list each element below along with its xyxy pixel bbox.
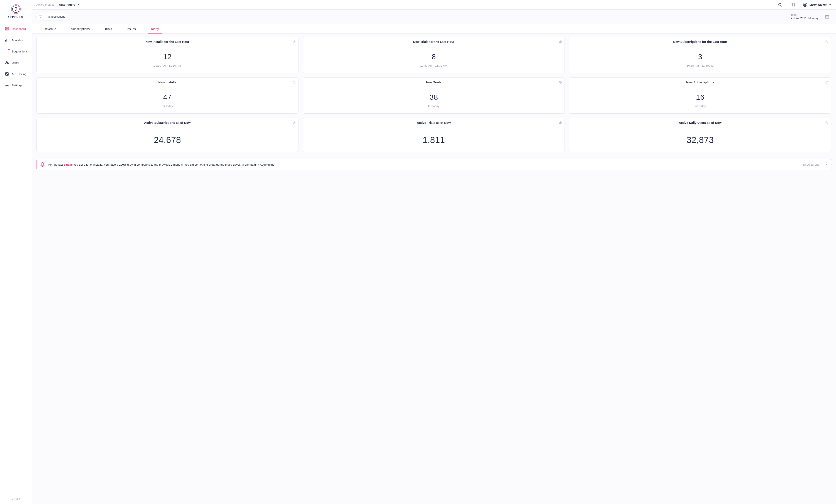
- card-sub: 10:30 AM - 11:30 AM: [687, 64, 714, 67]
- sidebar-item-users[interactable]: Users: [5, 57, 32, 68]
- card-value: 16: [696, 93, 704, 101]
- tip-text: For the last 3 days you got a lot of ins…: [48, 163, 800, 166]
- chevron-down-icon: [829, 4, 831, 6]
- card-sub: 10:30 AM - 11:30 AM: [154, 64, 181, 67]
- svg-point-10: [6, 85, 7, 86]
- tab-issues[interactable]: Issues: [119, 27, 143, 33]
- svg-rect-14: [825, 16, 829, 18]
- calendar-icon: [825, 15, 829, 19]
- filter-icon: [37, 14, 43, 20]
- sidebar-item-abtesting[interactable]: A/B Testing: [5, 68, 32, 80]
- content: New Installs for the Last Hour 12 10:30 …: [32, 34, 836, 504]
- card-value: 3: [698, 53, 702, 61]
- tab-revenue[interactable]: Revenue: [36, 27, 63, 33]
- help-icon[interactable]: [559, 40, 562, 43]
- search-button[interactable]: [776, 1, 784, 9]
- help-icon[interactable]: [292, 40, 296, 43]
- topbar: Active project: Autotraders Larry Walker: [32, 0, 836, 9]
- sidebar-item-suggestions[interactable]: Suggestions: [5, 46, 32, 57]
- svg-point-8: [7, 62, 8, 63]
- card-sub: for today: [695, 104, 706, 108]
- user-name: Larry Walker: [810, 3, 827, 6]
- help-icon[interactable]: [292, 121, 296, 124]
- appflow-logo-icon: [11, 4, 21, 14]
- svg-point-28: [294, 123, 294, 123]
- card-new-trials-hour: New Trials for the Last Hour 8 10:30 AM …: [303, 37, 565, 73]
- docs-button[interactable]: [788, 1, 797, 9]
- card-title: New Trials: [426, 80, 441, 84]
- user-menu[interactable]: Larry Walker: [803, 3, 831, 7]
- ab-test-icon: [5, 72, 9, 76]
- card-value: 12: [163, 53, 172, 61]
- tab-trials[interactable]: Trials: [97, 27, 119, 33]
- app-version: v. 1.8.8: [0, 498, 32, 504]
- show-all-tips-link[interactable]: Show all tips: [803, 163, 819, 166]
- metric-grid: New Installs for the Last Hour 12 10:30 …: [36, 37, 831, 152]
- main: Active project: Autotraders Larry Walker: [32, 0, 836, 504]
- brand-logo: APPFLOW: [0, 4, 32, 18]
- card-new-installs: New Installs 47 for today: [36, 77, 299, 114]
- project-label: Active project:: [36, 3, 55, 6]
- sidebar-item-label: Settings: [12, 84, 22, 87]
- svg-point-32: [827, 123, 827, 123]
- sidebar-item-label: Dashboard: [12, 27, 26, 31]
- sidebar-item-settings[interactable]: Settings: [5, 80, 32, 91]
- card-title: New Subscriptions: [686, 80, 714, 84]
- card-value: 24,678: [154, 135, 181, 145]
- card-title: New Installs for the Last Hour: [146, 40, 189, 43]
- card-title: New Installs: [158, 80, 176, 84]
- date-display: Today 7 June 2021. Monday: [791, 13, 831, 21]
- svg-rect-5: [5, 29, 6, 30]
- bar-chart-icon: [5, 38, 9, 42]
- card-value: 8: [432, 53, 436, 61]
- users-icon: [5, 61, 9, 65]
- tab-subscriptions[interactable]: Subscriptions: [63, 27, 97, 33]
- calendar-button[interactable]: [823, 13, 831, 21]
- filter-bar: All applications Today 7 June 2021. Mond…: [32, 9, 836, 24]
- app-filter-label: All applications: [46, 15, 65, 18]
- project-name: Autotraders: [59, 3, 75, 6]
- svg-rect-6: [7, 29, 8, 30]
- help-icon[interactable]: [559, 121, 562, 124]
- grid-icon: [5, 27, 9, 31]
- help-icon[interactable]: [825, 81, 829, 84]
- card-sub: for today: [428, 104, 440, 108]
- card-title: Active Trials as of Now: [417, 121, 451, 124]
- help-icon[interactable]: [292, 81, 296, 84]
- card-title: New Subscriptions for the Last Hour: [673, 40, 727, 43]
- svg-point-0: [11, 4, 20, 14]
- notification-dot-icon: [8, 49, 10, 50]
- sidebar-nav: Dashboard Analytics Suggestions User: [0, 23, 32, 91]
- close-icon[interactable]: ×: [825, 163, 828, 166]
- card-active-trials: Active Trials as of Now 1,811: [303, 118, 565, 152]
- card-title: New Trials for the Last Hour: [413, 40, 455, 43]
- svg-rect-3: [5, 27, 6, 28]
- bell-alert-icon: [40, 162, 45, 167]
- help-icon[interactable]: [559, 81, 562, 84]
- app-filter-chip[interactable]: All applications: [36, 13, 70, 20]
- card-new-subs-hour: New Subscriptions for the Last Hour 3 10…: [569, 37, 831, 73]
- gear-icon: [5, 83, 9, 87]
- card-sub: for today: [162, 104, 173, 108]
- card-sub: 10:30 AM - 11:30 AM: [420, 64, 447, 67]
- user-avatar-icon: [803, 3, 807, 7]
- svg-point-13: [805, 4, 806, 5]
- sidebar-item-analytics[interactable]: Analytics: [5, 34, 32, 46]
- svg-point-7: [6, 62, 7, 63]
- svg-point-1: [13, 6, 19, 13]
- sidebar-item-dashboard[interactable]: Dashboard: [5, 23, 32, 34]
- card-value: 32,873: [686, 135, 714, 145]
- card-new-subs: New Subscriptions 16 for today: [569, 77, 831, 114]
- card-active-subs: Active Subscriptions as of Now 24,678: [36, 118, 299, 152]
- tip-banner: For the last 3 days you got a lot of ins…: [36, 159, 831, 170]
- project-picker[interactable]: Autotraders: [59, 3, 80, 6]
- date-value: 7 June 2021. Monday: [791, 17, 819, 20]
- date-label: Today: [791, 14, 819, 16]
- help-icon[interactable]: [825, 121, 829, 124]
- book-icon: [791, 3, 795, 7]
- card-value: 47: [163, 93, 172, 101]
- tab-today[interactable]: Today: [143, 27, 166, 33]
- sidebar-item-label: A/B Testing: [12, 73, 26, 76]
- sidebar: APPFLOW Dashboard Analytics Sugg: [0, 0, 32, 504]
- help-icon[interactable]: [825, 40, 829, 43]
